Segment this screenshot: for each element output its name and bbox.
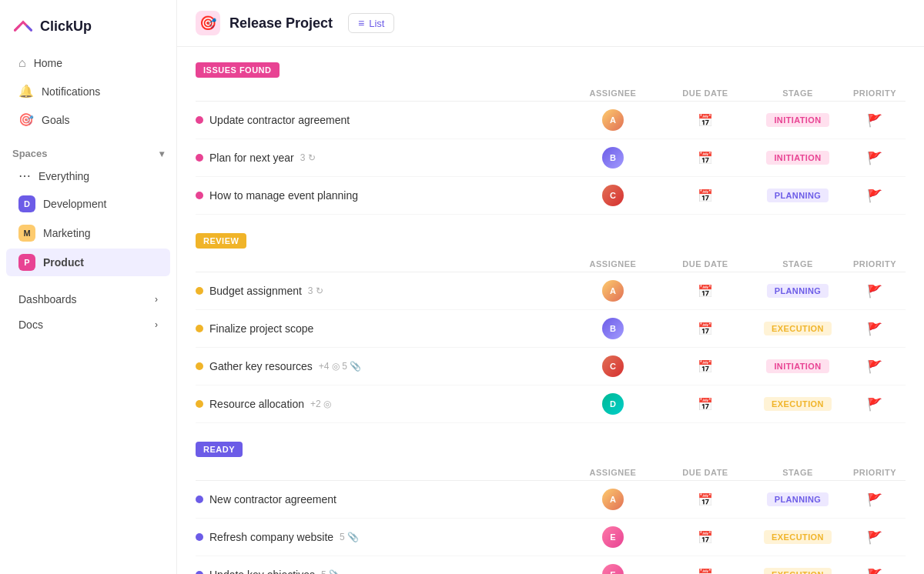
priority-cell[interactable]: 🚩 (844, 284, 906, 299)
stage-cell[interactable]: PLANNING (752, 189, 844, 202)
clickup-logo-icon (12, 15, 34, 37)
table-row[interactable]: Plan for next year 3 ↻B📅INITIATION🚩 (196, 139, 906, 177)
stage-cell[interactable]: INITIATION (752, 113, 844, 127)
due-date-cell[interactable]: 📅 (659, 568, 752, 575)
col-header-0 (196, 468, 567, 477)
due-date-cell[interactable]: 📅 (659, 151, 752, 165)
priority-cell[interactable]: 🚩 (844, 397, 906, 412)
nav-notifications[interactable]: 🔔 Notifications (6, 78, 170, 105)
nav-home[interactable]: ⌂ Home (6, 50, 170, 76)
project-title: Release Project (229, 15, 333, 32)
section-badge-row-ready: READY (196, 442, 906, 457)
priority-cell[interactable]: 🚩 (844, 151, 906, 165)
priority-flag-icon: 🚩 (867, 113, 882, 128)
dashboards-label: Dashboards (18, 293, 77, 305)
stage-cell[interactable]: PLANNING (752, 492, 844, 506)
stage-cell[interactable]: EXECUTION (752, 568, 844, 574)
nav-docs[interactable]: Docs › (6, 312, 170, 337)
col-header-1: ASSIGNEE (567, 259, 659, 269)
task-extras: 3 ↻ (308, 285, 323, 296)
calendar-icon: 📅 (698, 189, 713, 203)
assignee-cell: B (567, 147, 659, 169)
spaces-section-header: Spaces ▾ (0, 140, 176, 162)
stage-badge: PLANNING (767, 284, 829, 298)
due-date-cell[interactable]: 📅 (659, 530, 752, 545)
sidebar: ClickUp ⌂ Home 🔔 Notifications 🎯 Goals S… (0, 0, 177, 574)
spaces-collapse-icon[interactable]: ▾ (159, 149, 164, 159)
goals-icon: 🎯 (18, 112, 34, 127)
development-dot: D (18, 195, 35, 212)
stage-cell[interactable]: INITIATION (752, 359, 844, 373)
sidebar-item-marketing[interactable]: M Marketing (6, 219, 170, 247)
stage-cell[interactable]: EXECUTION (752, 530, 844, 544)
col-headers-review: ASSIGNEEDUE DATESTAGEPRIORITY (196, 253, 906, 272)
dashboards-arrow-icon: › (155, 294, 158, 305)
priority-flag-icon: 🚩 (867, 284, 882, 299)
task-name: Resource allocation (209, 398, 304, 410)
table-row[interactable]: Gather key resources +4 ◎ 5 📎C📅INITIATIO… (196, 348, 906, 385)
nav-goals-label: Goals (42, 114, 70, 126)
stage-cell[interactable]: EXECUTION (752, 397, 844, 411)
priority-cell[interactable]: 🚩 (844, 530, 906, 545)
avatar: B (602, 318, 624, 339)
due-date-cell[interactable]: 📅 (659, 492, 752, 507)
table-row[interactable]: Update key objectives 5 📎E📅EXECUTION🚩 (196, 556, 906, 574)
priority-cell[interactable]: 🚩 (844, 113, 906, 128)
sidebar-item-development[interactable]: D Development (6, 190, 170, 218)
marketing-dot: M (18, 225, 35, 242)
task-name-cell: Update contractor agreement (196, 114, 567, 126)
priority-cell[interactable]: 🚩 (844, 189, 906, 203)
col-header-2: DUE DATE (659, 259, 752, 269)
view-toggle-label: List (369, 18, 384, 29)
nav-goals[interactable]: 🎯 Goals (6, 106, 170, 133)
sidebar-item-product[interactable]: P Product (6, 249, 170, 276)
calendar-icon: 📅 (698, 492, 713, 507)
due-date-cell[interactable]: 📅 (659, 322, 752, 336)
table-row[interactable]: Refresh company website 5 📎E📅EXECUTION🚩 (196, 519, 906, 556)
task-name: Plan for next year (209, 152, 294, 164)
docs-label: Docs (18, 319, 43, 331)
section-badge-row-issues-found: ISSUES FOUND (196, 62, 906, 78)
col-header-0 (196, 88, 567, 98)
priority-cell[interactable]: 🚩 (844, 359, 906, 374)
due-date-cell[interactable]: 📅 (659, 284, 752, 299)
nav-dashboards[interactable]: Dashboards › (6, 287, 170, 312)
assignee-cell: C (567, 355, 659, 377)
stage-cell[interactable]: EXECUTION (752, 322, 844, 335)
task-name-cell: Plan for next year 3 ↻ (196, 152, 567, 164)
avatar: B (602, 147, 624, 169)
product-dot: P (18, 254, 35, 271)
task-name-cell: Gather key resources +4 ◎ 5 📎 (196, 360, 567, 372)
stage-badge: EXECUTION (764, 322, 832, 335)
priority-cell[interactable]: 🚩 (844, 568, 906, 575)
due-date-cell[interactable]: 📅 (659, 359, 752, 374)
task-extras: +4 ◎ 5 📎 (319, 361, 361, 372)
stage-cell[interactable]: PLANNING (752, 284, 844, 298)
priority-cell[interactable]: 🚩 (844, 322, 906, 336)
stage-cell[interactable]: INITIATION (752, 151, 844, 165)
due-date-cell[interactable]: 📅 (659, 113, 752, 128)
col-header-2: DUE DATE (659, 88, 752, 98)
priority-flag-icon: 🚩 (867, 568, 882, 575)
table-row[interactable]: Finalize project scopeB📅EXECUTION🚩 (196, 310, 906, 348)
stage-badge: EXECUTION (764, 568, 832, 574)
task-extras: 5 📎 (321, 569, 340, 574)
task-bullet (196, 400, 203, 408)
table-row[interactable]: Budget assignment 3 ↻A📅PLANNING🚩 (196, 272, 906, 310)
section-badge-review: REVIEW (196, 233, 246, 249)
priority-cell[interactable]: 🚩 (844, 492, 906, 507)
calendar-icon: 📅 (698, 359, 713, 374)
nav-home-label: Home (34, 57, 62, 69)
section-ready: READYASSIGNEEDUE DATESTAGEPRIORITYNew co… (196, 442, 906, 574)
view-toggle-list[interactable]: ≡ List (348, 13, 394, 33)
due-date-cell[interactable]: 📅 (659, 189, 752, 203)
task-name: New contractor agreement (209, 493, 336, 506)
table-row[interactable]: Update contractor agreementA📅INITIATION🚩 (196, 102, 906, 139)
priority-flag-icon: 🚩 (867, 322, 882, 336)
table-row[interactable]: New contractor agreementA📅PLANNING🚩 (196, 481, 906, 519)
task-bullet (196, 533, 203, 541)
table-row[interactable]: Resource allocation +2 ◎D📅EXECUTION🚩 (196, 385, 906, 423)
table-row[interactable]: How to manage event planningC📅PLANNING🚩 (196, 177, 906, 215)
sidebar-item-everything[interactable]: ⋯ Everything (6, 163, 170, 189)
due-date-cell[interactable]: 📅 (659, 397, 752, 412)
